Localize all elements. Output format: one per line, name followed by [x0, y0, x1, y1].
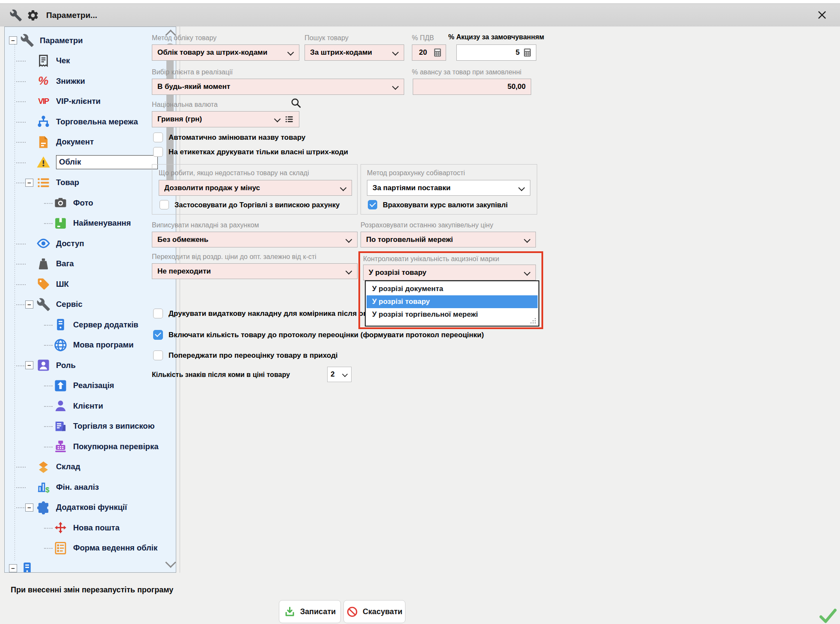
- expander-icon[interactable]: −: [25, 179, 33, 187]
- sidebar-item[interactable]: Форма ведення облік: [5, 538, 176, 559]
- invoices-value: Без обмежень: [157, 235, 342, 244]
- sidebar-item[interactable]: Реалізація: [5, 376, 176, 396]
- expander-icon[interactable]: −: [25, 503, 33, 512]
- advance-input[interactable]: 50,00: [413, 79, 531, 95]
- product-search-label: Пошук товару: [305, 34, 349, 42]
- warn-repricing-label: Попереджати про переоцінку товару в прих…: [169, 351, 338, 360]
- last-price-value: По торговельній мережі: [366, 235, 520, 244]
- dropdown-option[interactable]: У розрізі документа: [367, 283, 538, 295]
- calculator-icon[interactable]: [432, 47, 443, 58]
- confirm-check-icon[interactable]: [819, 608, 837, 623]
- print-warehouse-checkbox[interactable]: [153, 309, 163, 318]
- cancel-button[interactable]: Скасувати: [343, 600, 405, 623]
- own-barcodes-checkbox[interactable]: [153, 147, 163, 157]
- expander-icon[interactable]: −: [25, 300, 33, 309]
- vat-input[interactable]: 20: [412, 44, 446, 61]
- sidebar-item[interactable]: ШК: [5, 274, 176, 294]
- sidebar-item-label: Додаткові функції: [56, 503, 127, 512]
- advance-label: % авансу за товар при замовленні: [412, 68, 521, 76]
- stock-action-select[interactable]: Дозволити продаж у мінус: [159, 180, 352, 196]
- search-icon[interactable]: [290, 97, 302, 109]
- sidebar-item[interactable]: VIPVIP-клієнти: [5, 91, 176, 112]
- last-price-select[interactable]: По торговельній мережі: [361, 232, 536, 247]
- gear-icon: [27, 9, 39, 22]
- accounting-method-select[interactable]: Облік товару за штрих-кодами: [152, 44, 299, 61]
- warn-repricing-checkbox[interactable]: [153, 350, 163, 360]
- auto-rename-checkbox[interactable]: [153, 132, 163, 142]
- sidebar-item[interactable]: −Додаткові функції: [5, 497, 176, 518]
- sidebar-item[interactable]: Торгівля з випискою: [5, 416, 176, 437]
- sidebar-item-label: ШК: [56, 280, 69, 289]
- dropdown-option[interactable]: У розрізі товару: [367, 295, 538, 308]
- cost-group: Метод розрахунку собівартості За партіям…: [361, 164, 537, 215]
- sidebar-item[interactable]: Чек: [5, 51, 176, 71]
- sidebar-item[interactable]: Фото: [5, 193, 176, 213]
- sidebar-item[interactable]: −Параметри: [5, 30, 176, 51]
- sidebar-item[interactable]: −Роль: [5, 355, 176, 376]
- invoice-icon: [53, 419, 68, 433]
- status-note: При внесенні змін перезапустіть програму: [11, 586, 173, 595]
- list-icon[interactable]: [284, 115, 294, 124]
- client-selection-select[interactable]: В будь-який момент: [152, 79, 404, 95]
- close-icon[interactable]: [816, 9, 828, 21]
- sidebar-item[interactable]: Торговельна мережа: [5, 112, 176, 132]
- sidebar-item-label: VIP-клієнти: [56, 97, 101, 106]
- price-switch-select[interactable]: Не переходити: [152, 263, 358, 279]
- sidebar-item-label: Чек: [56, 56, 70, 65]
- save-button-label: Записати: [300, 607, 336, 616]
- sidebar-item[interactable]: −Товар: [5, 173, 176, 193]
- sidebar-item[interactable]: −: [5, 558, 176, 572]
- scroll-down-icon[interactable]: [165, 557, 176, 568]
- sidebar-item[interactable]: Найменування: [5, 213, 176, 234]
- product-search-select[interactable]: За штрих-кодами: [305, 44, 404, 61]
- sidebar-item[interactable]: Склад: [5, 457, 176, 477]
- wrench-icon: [36, 297, 50, 312]
- consider-rate-checkbox[interactable]: [368, 200, 377, 209]
- sidebar-item-label: Склад: [56, 462, 80, 471]
- expander-icon[interactable]: −: [9, 564, 17, 572]
- auto-rename-row: Автоматично змінювати назву товару: [153, 132, 305, 142]
- arrows-icon: [53, 521, 68, 535]
- dropdown-option[interactable]: У розрізі торгівельної мережі: [367, 308, 538, 321]
- include-qty-row: Включати кількість товару до протоколу п…: [153, 330, 484, 340]
- excise-control-select[interactable]: У розрізі товару: [363, 265, 536, 280]
- sidebar-item[interactable]: Мова програми: [5, 335, 176, 356]
- sidebar-item[interactable]: Доступ: [5, 233, 176, 254]
- currency-select[interactable]: Гривня (грн): [152, 111, 299, 127]
- include-qty-checkbox[interactable]: [153, 330, 163, 340]
- window-title: Параметри...: [46, 11, 97, 20]
- decimals-select[interactable]: 2: [327, 367, 352, 382]
- print-warehouse-label: Друкувати видаткову накладну для комірни…: [169, 309, 372, 318]
- workspace: −ПараметриЧек%ЗнижкиVIPVIP-клієнтиТоргов…: [0, 26, 840, 624]
- naming-icon: [53, 216, 68, 230]
- sidebar-item[interactable]: Документ: [5, 132, 176, 153]
- sidebar-item[interactable]: %Знижки: [5, 71, 176, 91]
- sidebar-item[interactable]: −Сервіс: [5, 294, 176, 315]
- invoices-select[interactable]: Без обмежень: [152, 232, 358, 247]
- apply-trade-label: Застосовувати до Торгівлі з випискою рах…: [175, 201, 340, 209]
- cost-method-select[interactable]: За партіями поставки: [367, 180, 530, 196]
- cancel-icon: [346, 606, 358, 618]
- tree-scrollbar[interactable]: [166, 28, 175, 571]
- resize-grip-icon[interactable]: [530, 318, 536, 324]
- sidebar-item[interactable]: Сервер додатків: [5, 315, 176, 335]
- excise-input[interactable]: 5: [456, 44, 536, 61]
- receipt-icon: [36, 54, 50, 68]
- expander-icon[interactable]: −: [25, 361, 33, 369]
- sidebar-item[interactable]: Покупюрна перевірка: [5, 436, 176, 457]
- sidebar-item[interactable]: $Фін. аналіз: [5, 477, 176, 497]
- sidebar-item-label: Покупюрна перевірка: [73, 442, 158, 451]
- save-button[interactable]: Записати: [279, 600, 341, 623]
- chevron-down-icon: [392, 84, 399, 89]
- sidebar-item-label: Фін. аналіз: [56, 483, 99, 492]
- sidebar-item[interactable]: Облік: [5, 152, 176, 173]
- sidebar-item[interactable]: Вага: [5, 254, 176, 274]
- sidebar-item[interactable]: Клієнти: [5, 396, 176, 416]
- list-icon: [36, 176, 50, 190]
- calculator-icon[interactable]: [522, 47, 532, 58]
- sidebar-item[interactable]: Нова пошта: [5, 518, 176, 538]
- chartdollar-icon: $: [36, 480, 50, 494]
- apply-trade-checkbox[interactable]: [160, 200, 169, 209]
- sidebar-item-label: Торговельна мережа: [56, 117, 138, 127]
- expander-icon[interactable]: −: [9, 36, 17, 44]
